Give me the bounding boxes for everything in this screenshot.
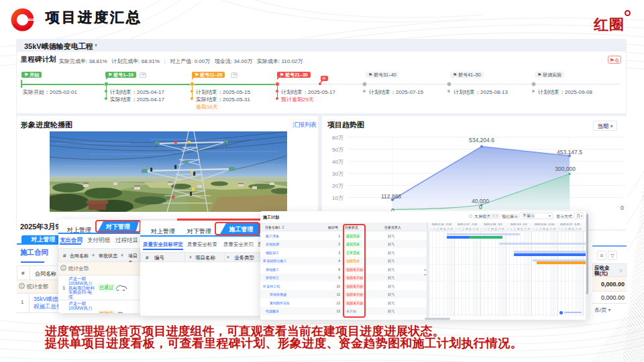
- svg-text:CRM: CRM: [28, 18, 34, 21]
- svg-text:534,204.6: 534,204.6: [469, 136, 494, 143]
- svg-text:60万: 60万: [332, 134, 343, 140]
- svg-text:453,147.5: 453,147.5: [557, 148, 582, 155]
- svg-text:300,000: 300,000: [555, 165, 576, 172]
- svg-text:10万: 10万: [332, 194, 343, 200]
- svg-text:40万: 40万: [332, 158, 343, 164]
- svg-text:50万: 50万: [332, 146, 343, 152]
- svg-text:112,868: 112,868: [381, 192, 401, 199]
- svg-text:0: 0: [479, 203, 482, 210]
- svg-text:30万: 30万: [332, 170, 343, 176]
- svg-text:0: 0: [621, 204, 624, 210]
- svg-text:20万: 20万: [332, 182, 343, 188]
